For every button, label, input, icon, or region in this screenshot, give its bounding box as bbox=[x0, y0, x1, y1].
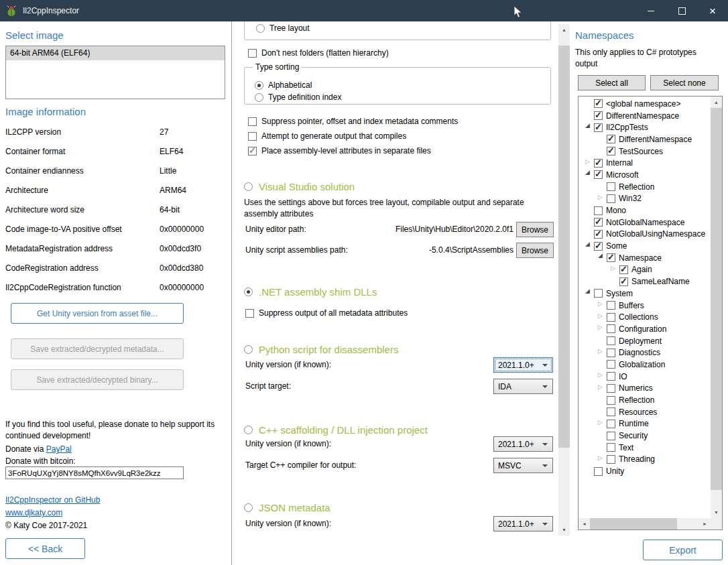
namespace-checkbox[interactable] bbox=[619, 265, 628, 274]
expanded-expander-icon[interactable] bbox=[585, 242, 594, 251]
back-button[interactable]: << Back bbox=[5, 538, 85, 559]
scroll-right-icon[interactable] bbox=[699, 518, 711, 529]
browse-script-assemblies-button[interactable]: Browse bbox=[516, 243, 554, 258]
collapsed-expander-icon[interactable] bbox=[597, 384, 607, 393]
unity-version-combo[interactable]: 2021.1.0+ bbox=[493, 357, 553, 373]
scroll-up-icon[interactable] bbox=[711, 97, 722, 108]
tree-item-collections[interactable]: Collections bbox=[579, 311, 710, 323]
tree-item-il2cpptests[interactable]: Il2CppTests bbox=[579, 121, 710, 133]
collapsed-expander-icon[interactable] bbox=[597, 420, 607, 428]
tree-item-deployment[interactable]: Deployment bbox=[579, 335, 710, 347]
collapsed-expander-icon[interactable] bbox=[597, 349, 607, 357]
collapsed-expander-icon[interactable] bbox=[597, 301, 607, 310]
github-link[interactable]: Il2CppInspector on GitHub bbox=[5, 495, 100, 506]
namespace-checkbox[interactable] bbox=[594, 218, 603, 227]
tree-vertical-scrollbar[interactable] bbox=[711, 97, 722, 518]
minimize-button[interactable] bbox=[635, 0, 666, 21]
collapsed-expander-icon[interactable] bbox=[597, 313, 607, 322]
namespace-checkbox[interactable] bbox=[607, 324, 615, 333]
get-unity-version-button[interactable]: Get Unity version from asset file... bbox=[11, 303, 184, 324]
collapsed-expander-icon[interactable] bbox=[597, 372, 607, 381]
tree-item-numerics[interactable]: Numerics bbox=[579, 383, 710, 395]
namespace-checkbox[interactable] bbox=[607, 384, 615, 393]
export-button[interactable]: Export bbox=[643, 540, 723, 560]
namespace-checkbox[interactable] bbox=[594, 170, 603, 179]
python-script-radio-row[interactable]: Python script for disassemblers bbox=[244, 344, 398, 355]
scrollbar-thumb[interactable] bbox=[711, 108, 722, 490]
unity-version-combo[interactable]: 2021.1.0+ bbox=[493, 516, 553, 531]
tree-item-some[interactable]: Some bbox=[579, 240, 710, 252]
radio-icon[interactable] bbox=[244, 345, 253, 354]
expanded-expander-icon[interactable] bbox=[585, 289, 594, 298]
select-all-button[interactable]: Select all bbox=[578, 75, 646, 90]
namespace-checkbox[interactable] bbox=[607, 455, 615, 464]
expanded-expander-icon[interactable] bbox=[585, 170, 594, 179]
namespace-checkbox[interactable] bbox=[607, 349, 615, 357]
website-link[interactable]: www.djkaty.com bbox=[5, 507, 62, 519]
namespace-checkbox[interactable] bbox=[594, 111, 603, 120]
tree-item-namespace[interactable]: Namespace bbox=[579, 252, 710, 264]
namespace-checkbox[interactable] bbox=[607, 301, 615, 310]
script-target-combo[interactable]: IDA bbox=[493, 379, 553, 394]
tree-item-again[interactable]: Again bbox=[579, 264, 710, 276]
tree-item-text[interactable]: Text bbox=[579, 442, 710, 454]
checkbox-icon[interactable] bbox=[248, 117, 257, 126]
namespace-checkbox[interactable] bbox=[607, 253, 615, 262]
checkbox-icon[interactable] bbox=[248, 49, 257, 58]
tree-item-testsources[interactable]: TestSources bbox=[579, 145, 710, 158]
namespace-checkbox[interactable] bbox=[607, 182, 615, 191]
namespace-checkbox[interactable] bbox=[594, 289, 603, 298]
tree-item-diagnostics[interactable]: Diagnostics bbox=[579, 347, 710, 359]
tree-item-mono[interactable]: Mono bbox=[579, 204, 710, 216]
namespace-checkbox[interactable] bbox=[607, 135, 615, 143]
paypal-link[interactable]: PayPal bbox=[46, 444, 72, 454]
namespace-checkbox[interactable] bbox=[607, 372, 615, 381]
tree-item-notglobalusingnamespace[interactable]: NotGlobalUsingNamespace bbox=[579, 229, 710, 241]
tree-item-sameleafname[interactable]: SameLeafName bbox=[579, 275, 710, 288]
tree-item-resources[interactable]: Resources bbox=[579, 406, 710, 418]
tree-item-notglobalnamespace[interactable]: NotGlobalNamespace bbox=[579, 216, 710, 229]
namespace-checkbox[interactable] bbox=[607, 420, 615, 428]
namespace-checkbox[interactable] bbox=[607, 443, 615, 452]
radio-icon[interactable] bbox=[244, 182, 253, 191]
collapsed-expander-icon[interactable] bbox=[610, 265, 619, 274]
scrollbar-thumb[interactable] bbox=[590, 518, 677, 529]
separate-attributes-checkbox-row[interactable]: Place assembly-level attributes in separ… bbox=[248, 146, 431, 155]
namespace-checkbox[interactable] bbox=[607, 313, 615, 322]
select-none-button[interactable]: Select none bbox=[650, 75, 719, 90]
tree-item-internal[interactable]: Internal bbox=[579, 157, 710, 169]
namespace-checkbox[interactable] bbox=[607, 336, 615, 345]
namespace-checkbox[interactable] bbox=[607, 432, 615, 440]
tree-item-security[interactable]: Security bbox=[579, 430, 710, 442]
radio-icon[interactable] bbox=[244, 288, 253, 296]
image-list-item[interactable]: 64-bit ARM64 (ELF64) bbox=[6, 46, 225, 60]
tree-horizontal-scrollbar[interactable] bbox=[579, 518, 711, 529]
namespace-checkbox[interactable] bbox=[594, 242, 603, 251]
tree-item-win32[interactable]: Win32 bbox=[579, 193, 710, 205]
namespace-checkbox[interactable] bbox=[607, 396, 615, 405]
suppress-comments-checkbox-row[interactable]: Suppress pointer, offset and index metad… bbox=[248, 117, 458, 126]
cpp-project-radio-row[interactable]: C++ scaffolding / DLL injection project bbox=[244, 424, 428, 436]
visual-studio-radio-row[interactable]: Visual Studio solution bbox=[244, 181, 355, 192]
compilable-output-checkbox-row[interactable]: Attempt to generate output that compiles bbox=[248, 131, 406, 141]
namespace-checkbox[interactable] bbox=[607, 194, 615, 203]
tree-item-system[interactable]: System bbox=[579, 288, 710, 300]
unity-version-combo[interactable]: 2021.1.0+ bbox=[493, 436, 553, 452]
suppress-metadata-attributes-checkbox-row[interactable]: Suppress output of all metadata attribut… bbox=[245, 308, 408, 318]
tree-item-reflection[interactable]: Reflection bbox=[579, 181, 710, 193]
tree-item-differentnamespace[interactable]: DifferentNamespace bbox=[579, 133, 710, 145]
tree-item-runtime[interactable]: Runtime bbox=[579, 418, 710, 430]
radio-icon[interactable] bbox=[256, 24, 265, 33]
cpp-compiler-combo[interactable]: MSVC bbox=[493, 458, 553, 473]
scrollbar-thumb[interactable] bbox=[558, 46, 570, 448]
namespace-checkbox[interactable] bbox=[607, 360, 615, 369]
radio-icon[interactable] bbox=[255, 93, 263, 102]
flatten-hierarchy-checkbox-row[interactable]: Don't nest folders (flatten hierarchy) bbox=[248, 48, 389, 58]
scroll-left-icon[interactable] bbox=[579, 518, 590, 529]
tree-item-configuration[interactable]: Configuration bbox=[579, 323, 710, 335]
radio-icon[interactable] bbox=[244, 503, 253, 512]
type-definition-index-radio-row[interactable]: Type definition index bbox=[255, 92, 341, 102]
radio-icon[interactable] bbox=[255, 81, 263, 90]
script-assemblies-path-value[interactable]: -5.0.4\ScriptAssemblies bbox=[373, 243, 513, 258]
expanded-expander-icon[interactable] bbox=[597, 253, 607, 262]
